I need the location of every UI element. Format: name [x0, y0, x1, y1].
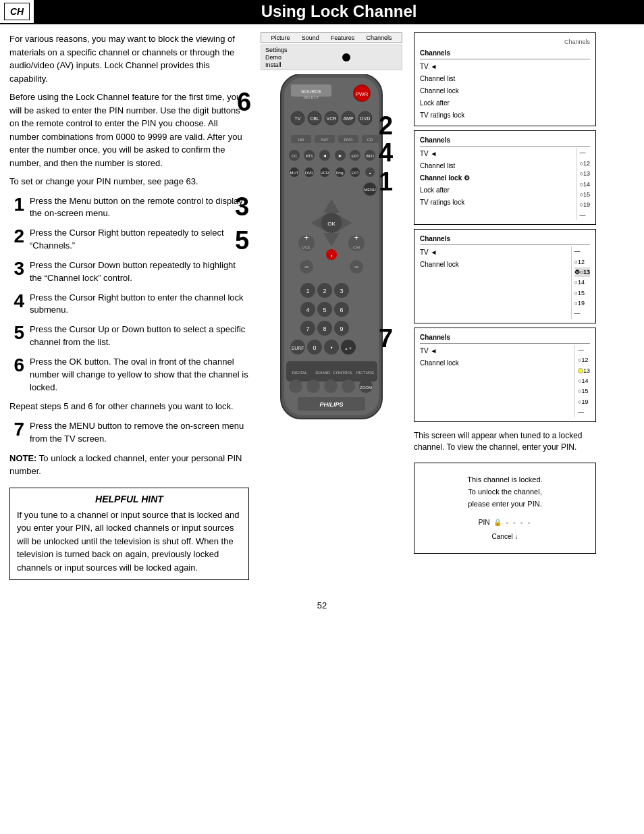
- steps-list: 1 Press the Menu button on the remote co…: [9, 195, 249, 394]
- step-5-text: Press the Cursor Up or Down button to se…: [30, 323, 249, 349]
- svg-text:EXIT: EXIT: [351, 154, 358, 158]
- pin-dashes: - - - -: [506, 517, 531, 529]
- svg-text:3: 3: [340, 288, 343, 294]
- step-2-text: Press the Cursor Right button repeatedly…: [30, 227, 249, 253]
- svg-text:DIGITAL: DIGITAL: [292, 371, 308, 375]
- svg-text:4: 4: [306, 307, 309, 313]
- svg-text:INFO: INFO: [366, 154, 374, 158]
- menu-screen-3: Channels TV ◄ Channel lock — ○12 ⚙○13 ○1…: [414, 229, 596, 323]
- svg-text:PICTURE: PICTURE: [356, 371, 374, 375]
- repeat-text: Repeat steps 5 and 6 for other channels …: [9, 400, 249, 413]
- svg-text:ZOOM: ZOOM: [360, 386, 372, 390]
- svg-text:SOUND: SOUND: [315, 371, 330, 375]
- step-4: 4 Press the Cursor Right button to enter…: [9, 292, 249, 317]
- svg-text:DVR: DVR: [305, 171, 314, 175]
- step-2: 2 Press the Cursor Right button repeated…: [9, 227, 249, 253]
- step-7-text: Press the MENU button to remove the on-s…: [30, 420, 249, 446]
- step-1-text: Press the Menu button on the remote cont…: [30, 195, 249, 221]
- step-3-number: 3: [9, 259, 24, 278]
- svg-text:+: +: [354, 233, 358, 242]
- svg-text:CONTROL: CONTROL: [333, 371, 353, 375]
- svg-text:CBL: CBL: [310, 116, 319, 121]
- intro-text: For various reasons, you may want to blo…: [9, 32, 249, 188]
- chapter-label: CH: [4, 3, 30, 20]
- step-overlay-7: 7: [379, 324, 393, 353]
- right-column: Channels Channels TV ◄ Channel list Chan…: [414, 32, 596, 580]
- svg-text:PWR: PWR: [356, 91, 369, 97]
- svg-text:5: 5: [323, 307, 326, 313]
- step-7-number: 7: [9, 420, 24, 439]
- hint-title: Helpful Hint: [17, 494, 242, 504]
- step-2-number: 2: [9, 227, 24, 246]
- intro-para3: To set or change your PIN number, see pa…: [9, 175, 249, 188]
- step-6-number: 6: [9, 356, 24, 375]
- svg-text:SELECT: SELECT: [303, 95, 319, 99]
- middle-column: Picture Sound Features Channels Settings…: [257, 32, 406, 580]
- locked-line2: To unlock the channel,: [423, 486, 587, 498]
- svg-text:PHILIPS: PHILIPS: [319, 401, 343, 408]
- svg-text:MENU: MENU: [364, 188, 376, 192]
- note-content: To unlock a locked channel, enter your p…: [9, 453, 242, 476]
- svg-text:8: 8: [323, 325, 326, 332]
- menu-screen-2: Channels TV ◄ Channel list Channel lock …: [414, 130, 596, 225]
- svg-text:SAT: SAT: [321, 138, 329, 142]
- svg-text:CH: CH: [353, 245, 360, 250]
- svg-text:1: 1: [306, 288, 309, 294]
- svg-text:6: 6: [340, 307, 343, 313]
- svg-text:●: ●: [330, 253, 332, 257]
- svg-text:+: +: [304, 233, 308, 242]
- note-text: NOTE: To unlock a locked channel, enter …: [9, 452, 249, 478]
- svg-text:•: •: [330, 344, 332, 351]
- svg-text:SURF: SURF: [291, 346, 304, 350]
- pin-row: PIN 🔒 - - - -: [423, 517, 587, 529]
- svg-text:HD: HD: [298, 138, 304, 142]
- svg-point-102: [324, 380, 338, 393]
- top-menu-strip: Picture Sound Features Channels: [261, 32, 402, 43]
- svg-text:MUT: MUT: [290, 171, 299, 175]
- svg-text:TV: TV: [295, 116, 301, 121]
- side-menu-strip: Settings Demo Install: [261, 45, 402, 70]
- svg-text:OK: OK: [327, 221, 336, 227]
- svg-text:SOURCE: SOURCE: [301, 89, 321, 94]
- svg-text:−: −: [304, 262, 308, 271]
- svg-text:DVD: DVD: [360, 116, 371, 121]
- step-overlay-6: 6: [237, 88, 251, 117]
- svg-text:MTS: MTS: [306, 154, 313, 158]
- step-1-number: 1: [9, 195, 24, 214]
- step-4-number: 4: [9, 292, 24, 311]
- svg-text:DVD: DVD: [344, 138, 353, 142]
- svg-text:2: 2: [323, 288, 326, 294]
- left-column: For various reasons, you may want to blo…: [9, 32, 249, 580]
- svg-text:►: ►: [338, 153, 343, 158]
- remote-control-image: 6 2 4 3 5 1 7 SOURCE SELECT PWR TV: [261, 74, 402, 427]
- svg-text:−: −: [354, 262, 358, 271]
- locked-channel-screen: This channel is locked. To unlock the ch…: [414, 463, 596, 553]
- hint-text: If you tune to a channel or input source…: [17, 509, 242, 575]
- hint-box: Helpful Hint If you tune to a channel or…: [9, 488, 249, 581]
- svg-point-103: [342, 380, 355, 393]
- svg-text:VCR: VCR: [321, 171, 329, 175]
- main-content: For various reasons, you may want to blo…: [0, 24, 644, 588]
- svg-text:7: 7: [306, 325, 309, 332]
- step-5: 5 Press the Cursor Up or Down button to …: [9, 323, 249, 349]
- note-bold: NOTE:: [9, 453, 36, 463]
- step-overlay-4: 4: [379, 138, 393, 167]
- svg-text:EXIT: EXIT: [351, 171, 358, 175]
- step-overlay-3: 3: [235, 192, 249, 221]
- locked-line1: This channel is locked.: [423, 474, 587, 486]
- step-3: 3 Press the Cursor Down button repeatedl…: [9, 259, 249, 285]
- step-5-number: 5: [9, 323, 24, 342]
- hint-title-text: Helpful Hint: [95, 494, 163, 504]
- svg-point-101: [306, 380, 320, 393]
- svg-text:CC: CC: [292, 154, 298, 158]
- menu-screen-4: Channels TV ◄ Channel lock — ○12 13 ○14 …: [414, 328, 596, 422]
- step-7: 7 Press the MENU button to remove the on…: [9, 420, 249, 446]
- svg-text:▲▼: ▲▼: [344, 346, 352, 350]
- svg-text:CD: CD: [367, 138, 373, 142]
- svg-text:VOL: VOL: [302, 245, 311, 250]
- step-3-text: Press the Cursor Down button repeatedly …: [30, 259, 249, 285]
- svg-point-100: [289, 380, 302, 393]
- svg-text:0: 0: [313, 344, 316, 351]
- page-title: Using Lock Channel: [34, 0, 644, 23]
- step-overlay-2: 2: [379, 111, 393, 140]
